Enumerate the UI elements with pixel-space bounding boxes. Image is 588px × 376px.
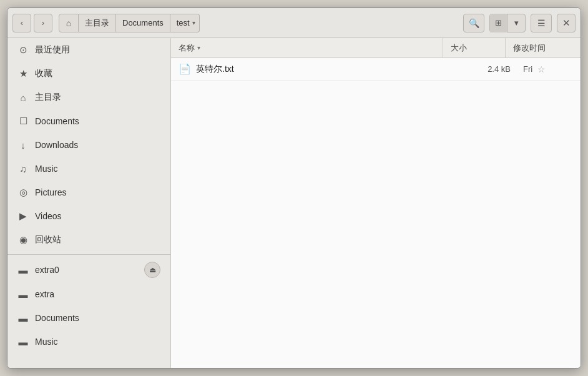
file-type-icon: 📄 [179, 63, 191, 75]
file-name: 英特尔.txt [196, 64, 234, 75]
star-icon: ★ [17, 68, 29, 79]
sidebar: ⊙ 最近使用 ★ 收藏 ⌂ 主目录 ☐ Documents ↓ Download… [7, 38, 171, 368]
sidebar-item-label: Music [35, 164, 58, 174]
sidebar-item-downloads[interactable]: ↓ Downloads [7, 133, 170, 157]
back-icon: ‹ [21, 18, 23, 27]
breadcrumb-segment-home[interactable]: 主目录 [79, 14, 116, 32]
drive-icon: ▬ [17, 289, 29, 300]
drive-icon: ▬ [17, 265, 29, 275]
sidebar-item-label: Pictures [35, 187, 67, 197]
sidebar-item-videos[interactable]: ▶ Videos [7, 204, 170, 228]
forward-button[interactable]: › [34, 14, 52, 32]
list-view-chevron[interactable]: ▾ [507, 14, 525, 32]
sidebar-item-label: Music [35, 337, 58, 347]
hamburger-icon: ☰ [537, 18, 546, 28]
search-button[interactable]: 🔍 [463, 14, 484, 32]
file-list-area: 名称 ▾ 大小 修改时间 📄 英特尔.txt 2.4 kB [171, 38, 581, 368]
sidebar-item-label: extra [35, 289, 54, 299]
home-icon: ⌂ [66, 18, 71, 28]
sidebar-item-label: 收藏 [35, 68, 52, 79]
eject-icon: ⏏ [149, 265, 156, 274]
column-size[interactable]: 大小 [443, 38, 506, 57]
pictures-icon: ◎ [17, 187, 29, 198]
close-icon: ✕ [562, 17, 571, 29]
sidebar-item-documents2[interactable]: ▬ Documents [7, 306, 170, 330]
sidebar-item-documents[interactable]: ☐ Documents [7, 109, 170, 133]
sidebar-item-label: Downloads [35, 140, 78, 150]
search-icon: 🔍 [469, 18, 479, 28]
sort-arrow-icon: ▾ [197, 44, 200, 51]
trash-icon: ◉ [17, 234, 29, 245]
sidebar-item-label: Videos [35, 211, 62, 221]
back-button[interactable]: ‹ [12, 14, 31, 32]
file-name-cell: 📄 英特尔.txt [171, 63, 456, 75]
home-icon: ⌂ [17, 92, 29, 103]
video-icon: ▶ [17, 210, 29, 222]
file-date-cell: Fri ☆ [518, 64, 581, 74]
sidebar-item-extra[interactable]: ▬ extra [7, 282, 170, 306]
chevron-icon: ▾ [514, 18, 519, 27]
star-button[interactable]: ☆ [537, 64, 546, 74]
eject-button[interactable]: ⏏ [144, 262, 160, 278]
recent-icon: ⊙ [17, 44, 29, 56]
music-icon: ♫ [17, 164, 29, 174]
document-icon: ☐ [17, 116, 29, 127]
download-icon: ↓ [17, 140, 29, 151]
file-size-cell: 2.4 kB [456, 64, 518, 74]
sidebar-item-home[interactable]: ⌂ 主目录 [7, 86, 170, 109]
file-list-body: 📄 英特尔.txt 2.4 kB Fri ☆ [171, 58, 581, 368]
sidebar-separator [7, 254, 170, 255]
sidebar-item-label: 最近使用 [35, 44, 70, 56]
view-toggle: ⊞ ▾ [489, 14, 526, 32]
column-name[interactable]: 名称 ▾ [171, 38, 443, 57]
drive-icon: ▬ [17, 337, 29, 347]
sidebar-item-label: 回收站 [35, 234, 61, 245]
grid-icon: ⊞ [495, 18, 502, 27]
breadcrumb-segment-documents[interactable]: 名称 Documents [116, 14, 170, 32]
column-modified[interactable]: 修改时间 [506, 38, 581, 57]
chevron-down-icon: ▾ [192, 19, 195, 26]
file-manager-window: ‹ › ⌂ 主目录 名称 Documents test ▾ 🔍 [7, 7, 581, 369]
breadcrumb: ⌂ 主目录 名称 Documents test ▾ [59, 14, 257, 32]
sidebar-item-extra0[interactable]: ▬ extra0 ⏏ [7, 257, 170, 282]
grid-view-button[interactable]: ⊞ [490, 14, 507, 32]
titlebar: ‹ › ⌂ 主目录 名称 Documents test ▾ 🔍 [7, 8, 581, 38]
sidebar-item-pictures[interactable]: ◎ Pictures [7, 181, 170, 204]
sidebar-item-music[interactable]: ♫ Music [7, 157, 170, 181]
sidebar-item-label: Documents [35, 313, 79, 323]
sidebar-item-trash[interactable]: ◉ 回收站 [7, 228, 170, 252]
breadcrumb-home-button[interactable]: ⌂ [59, 14, 79, 32]
sidebar-item-label: extra0 [35, 265, 59, 275]
forward-icon: › [42, 18, 44, 27]
sidebar-item-bookmarks[interactable]: ★ 收藏 [7, 62, 170, 86]
sidebar-item-recent[interactable]: ⊙ 最近使用 [7, 38, 170, 62]
content-area: ⊙ 最近使用 ★ 收藏 ⌂ 主目录 ☐ Documents ↓ Download… [7, 38, 581, 368]
sidebar-item-label: Documents [35, 116, 79, 126]
table-row[interactable]: 📄 英特尔.txt 2.4 kB Fri ☆ [171, 58, 581, 81]
menu-button[interactable]: ☰ [531, 14, 552, 32]
breadcrumb-segment-test[interactable]: test ▾ [170, 14, 200, 32]
file-list-header: 名称 ▾ 大小 修改时间 [171, 38, 581, 58]
sidebar-item-music2[interactable]: ▬ Music [7, 330, 170, 354]
drive-icon: ▬ [17, 313, 29, 324]
sidebar-item-label: 主目录 [35, 92, 61, 103]
close-button[interactable]: ✕ [557, 14, 576, 32]
